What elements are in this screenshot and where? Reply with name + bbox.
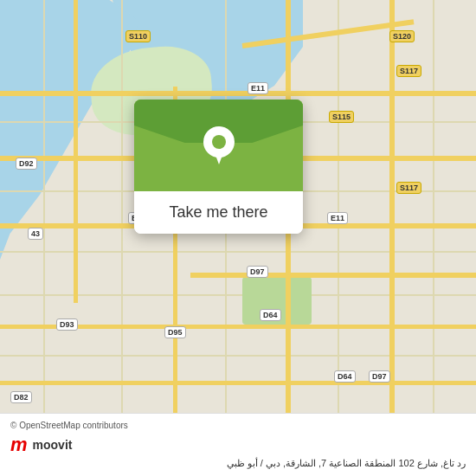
street-h3 [0,355,476,357]
street-h1 [0,251,476,253]
label-s110: S110 [125,30,151,42]
svg-marker-2 [214,151,224,164]
address-arabic: رد تاغ, شارع 102 المنطقة الصناعية 7, الش… [10,458,466,469]
road-h6 [0,381,476,385]
road-v2 [389,0,395,476]
label-43: 43 [28,228,43,240]
label-d95: D95 [164,326,186,338]
osm-credit: © OpenStreetMap contributors [10,421,128,430]
label-d64-2: D64 [334,370,356,383]
street-h2 [0,294,476,296]
label-s115: S115 [329,111,354,123]
label-d64: D64 [260,309,281,321]
label-d97: D97 [247,266,268,278]
road-v4 [74,0,78,303]
moovit-logo: m moovit [10,434,72,456]
label-d93: D93 [56,318,78,331]
label-e11-1: E11 [248,82,268,94]
label-s117-2: S117 [396,182,421,194]
moovit-wordmark: moovit [33,438,73,452]
label-d82: D82 [10,391,32,403]
street-v3 [338,0,339,476]
label-d97-2: D97 [369,370,390,383]
popup-map-area [134,100,303,191]
road-h1 [0,91,476,96]
map-container: S110 S120 S117 S117 S115 E11 E11 E11 E11… [0,0,476,476]
label-s117-1: S117 [396,65,421,77]
street-v4 [43,0,45,476]
popup-card: Take me there [134,100,303,234]
road-h4 [190,273,476,278]
road-v1 [286,0,291,476]
label-s120: S120 [389,30,415,42]
street-v5 [433,0,434,476]
label-e11-4: E11 [327,212,348,224]
map-pin [203,126,235,164]
bottom-bar: © OpenStreetMap contributors m moovit رد… [0,413,476,476]
street-v2 [225,0,227,476]
moovit-m-icon: m [10,434,28,456]
street-v1 [121,0,123,476]
label-d92: D92 [16,158,37,170]
svg-point-1 [212,135,226,149]
take-me-there-button[interactable]: Take me there [134,191,303,234]
